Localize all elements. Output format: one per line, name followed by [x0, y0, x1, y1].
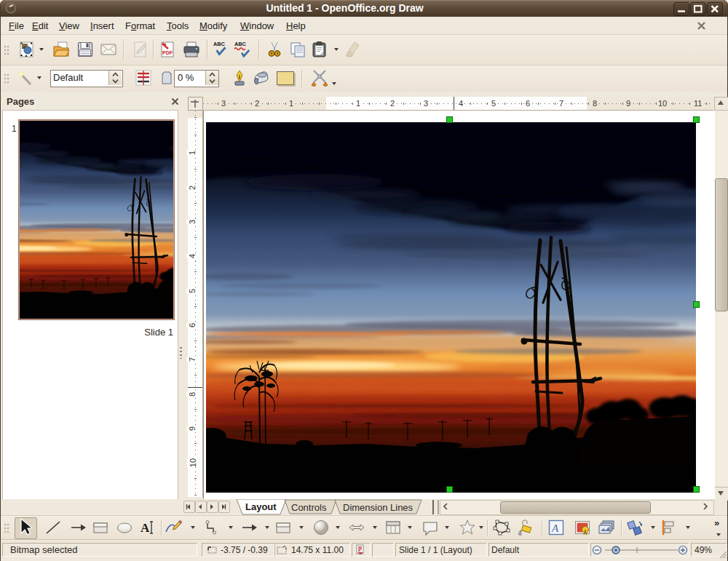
svg-text:A: A: [551, 522, 559, 534]
svg-text:ABC: ABC: [213, 41, 226, 47]
svg-text:PDF: PDF: [162, 50, 173, 55]
svg-text:ABC: ABC: [234, 41, 247, 47]
svg-text:A: A: [141, 521, 150, 535]
